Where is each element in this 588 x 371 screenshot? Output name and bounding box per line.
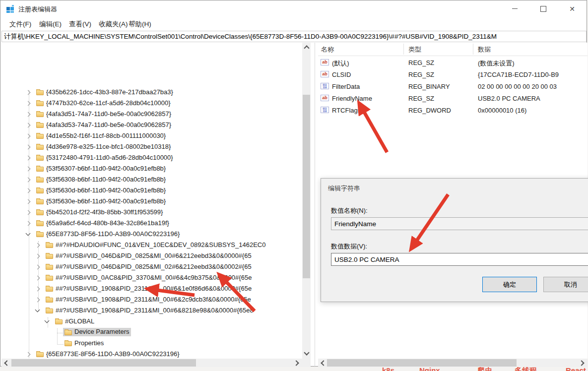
tree-item[interactable]: ##?#USB#VID_0AC8&PID_3370&MI_00#6&4c9b37… — [1, 273, 302, 284]
tree-item[interactable]: {65E8773D-8F56-11D0-A3B9-00A0C9223196} — [1, 229, 302, 240]
chevron-right-icon[interactable] — [35, 243, 40, 248]
tree-item[interactable]: {4d1e55b2-f16f-11cf-88cb-001111000030} — [1, 131, 302, 142]
chevron-right-icon[interactable] — [26, 145, 31, 150]
folder-icon — [36, 134, 44, 139]
value-row[interactable]: 011 110RTCFlagsREG_DWORD0x00000010 (16) — [318, 105, 588, 117]
chevron-right-icon[interactable] — [26, 90, 31, 95]
tree-item[interactable]: {4afa3d53-74a7-11d0-be5e-00a0c9062857} — [1, 120, 302, 131]
tree-item[interactable]: {4d36e978-e325-11ce-bfc1-08002be10318} — [1, 142, 302, 153]
value-row[interactable]: ab(默认)REG_SZ(数值未设置) — [318, 57, 588, 69]
chevron-right-icon[interactable] — [35, 265, 40, 270]
chevron-right-icon[interactable] — [26, 123, 31, 128]
chevron-right-icon[interactable] — [26, 178, 31, 183]
value-row[interactable]: abFriendlyNameREG_SZUSB2.0 PC CAMERA — [318, 93, 588, 105]
scroll-left-icon[interactable] — [321, 360, 326, 366]
menu-item-2[interactable]: 查看(V) — [67, 19, 93, 30]
scrollbar-thumb[interactable] — [11, 359, 196, 367]
value-name: FilterData — [332, 83, 360, 90]
tree-item[interactable]: {53f5630e-b6bf-11d0-94f2-00a0c91efb8b} — [1, 196, 302, 207]
tree-item[interactable]: ##?#USB#VID_046D&PID_0825&MI_02#6&212eeb… — [1, 262, 302, 273]
scroll-right-icon[interactable] — [293, 360, 299, 366]
column-header-data[interactable]: 数据 — [478, 45, 491, 54]
chevron-right-icon[interactable] — [26, 221, 31, 226]
scrollbar-thumb[interactable] — [327, 359, 517, 367]
folder-icon — [36, 178, 44, 183]
chevron-right-icon[interactable] — [35, 298, 40, 303]
column-header-type[interactable]: 类型 — [408, 45, 421, 54]
tree-item[interactable]: {53f5630d-b6bf-11d0-94f2-00a0c91efb8b} — [1, 186, 302, 196]
chevron-right-icon[interactable] — [26, 188, 31, 193]
address-bar — [1, 31, 587, 42]
maximize-button[interactable] — [529, 0, 558, 17]
chevron-right-icon[interactable] — [26, 134, 31, 139]
chevron-right-icon[interactable] — [26, 167, 31, 172]
value-name-label: 数值名称(N): — [331, 206, 368, 215]
value-data: 0x00000010 (16) — [478, 107, 526, 114]
chevron-right-icon[interactable] — [26, 352, 31, 357]
chevron-right-icon[interactable] — [26, 156, 31, 161]
tree-item[interactable]: {65E8773E-8F56-11D0-A3B9-00A0C9223196} — [1, 349, 302, 359]
column-separator[interactable] — [473, 44, 473, 55]
tree-item[interactable]: ##?#USB#VID_1908&PID_2311&MI_00#6&1e0f86… — [1, 284, 302, 295]
folder-icon — [55, 319, 63, 324]
menu-item-4[interactable]: 帮助(H) — [127, 19, 153, 30]
value-name-input[interactable] — [331, 217, 588, 230]
tree-horizontal-scrollbar[interactable] — [1, 359, 302, 367]
chevron-down-icon[interactable] — [45, 318, 50, 323]
tree-item[interactable]: ##?#USB#VID_046D&PID_0825&MI_00#6&212eeb… — [1, 251, 302, 262]
registry-editor-icon — [6, 5, 14, 13]
tree-item[interactable]: {4747b320-62ce-11cf-a5d6-28db04c10000} — [1, 98, 302, 109]
value-row[interactable]: abCLSIDREG_SZ{17CCA71B-ECD7-11D0-B9 — [318, 69, 588, 81]
tree-item[interactable]: Properties — [1, 338, 302, 349]
menu-item-0[interactable]: 文件(F) — [7, 19, 33, 30]
tree-item[interactable]: {435b6226-1dcc-43b3-887e-217dbaa27ba3} — [1, 87, 302, 98]
chevron-right-icon[interactable] — [35, 254, 40, 259]
tree-item[interactable]: {5b45201d-f2f2-4f3b-85bb-30ff1f953599} — [1, 207, 302, 218]
value-data: 02 00 00 00 00 00 20 00 03 — [478, 83, 557, 90]
tree-item[interactable]: {53172480-4791-11d0-a5d6-28db04c10000} — [1, 153, 302, 164]
value-data-input[interactable] — [331, 253, 588, 266]
tree-item[interactable]: {53f56307-b6bf-11d0-94f2-00a0c91efb8b} — [1, 164, 302, 175]
tree-item[interactable]: ##?#HDAUDIO#FUNC_01&VEN_10EC&DEV_0892&SU… — [1, 240, 302, 251]
value-row[interactable]: 011 110FilterDataREG_BINARY02 00 00 00 0… — [318, 81, 588, 93]
tree-item[interactable]: #GLOBAL — [1, 316, 302, 327]
chevron-down-icon[interactable] — [26, 231, 31, 236]
chevron-right-icon[interactable] — [26, 112, 31, 117]
tree-item[interactable]: {53f56308-b6bf-11d0-94f2-00a0c91efb8b} — [1, 175, 302, 186]
tree-item[interactable]: Device Parameters — [1, 327, 302, 338]
address-input[interactable] — [4, 32, 585, 41]
tree-item[interactable]: ##?#USB#VID_1908&PID_2311&MI_00#6&8218e9… — [1, 306, 302, 316]
scroll-right-icon[interactable] — [579, 360, 584, 366]
tree-item-label: {4afa3d51-74a7-11d0-be5e-00a0c9062857} — [46, 110, 171, 118]
tree-item[interactable]: ##?#USB#VID_1908&PID_2311&MI_00#6&2c9dcb… — [1, 295, 302, 306]
scroll-down-icon[interactable] — [304, 350, 309, 355]
tree-vertical-scrollbar[interactable] — [302, 43, 311, 359]
menu-item-1[interactable]: 编辑(E) — [37, 19, 64, 30]
tree-item[interactable]: {4afa3d51-74a7-11d0-be5e-00a0c9062857} — [1, 109, 302, 120]
tree-item-label: ##?#HDAUDIO#FUNC_01&VEN_10EC&DEV_0892&SU… — [56, 241, 265, 248]
cancel-button[interactable]: 取消 — [543, 277, 588, 292]
tree-item-label: Properties — [74, 339, 104, 347]
close-button[interactable]: ✕ — [558, 0, 587, 17]
chevron-right-icon[interactable] — [26, 101, 31, 106]
pane-divider[interactable] — [315, 43, 315, 367]
chevron-down-icon[interactable] — [35, 308, 40, 312]
scroll-up-icon[interactable] — [304, 45, 309, 51]
tree-item-label: {53172480-4791-11d0-a5d6-28db04c10000} — [46, 154, 173, 161]
tree-item-label: {5b45201d-f2f2-4f3b-85bb-30ff1f953599} — [46, 208, 163, 216]
ok-button[interactable]: 确定 — [482, 277, 537, 292]
string-value-icon: ab — [321, 59, 329, 65]
column-header-name[interactable]: 名称 — [321, 45, 334, 54]
chevron-right-icon[interactable] — [26, 210, 31, 215]
column-separator[interactable] — [403, 44, 404, 55]
folder-icon — [36, 188, 44, 193]
chevron-right-icon[interactable] — [26, 199, 31, 204]
scroll-left-icon[interactable] — [4, 360, 9, 366]
menu-item-3[interactable]: 收藏夹(A) — [97, 19, 130, 30]
chevron-right-icon[interactable] — [35, 276, 40, 281]
scrollbar-thumb[interactable] — [303, 95, 310, 278]
chevron-right-icon[interactable] — [35, 287, 40, 292]
tree-item[interactable]: {65a9a6cf-64cd-480b-843e-32c86e1ba19f} — [1, 218, 302, 229]
minimize-button[interactable] — [500, 0, 529, 17]
values-horizontal-scrollbar[interactable] — [318, 359, 588, 367]
